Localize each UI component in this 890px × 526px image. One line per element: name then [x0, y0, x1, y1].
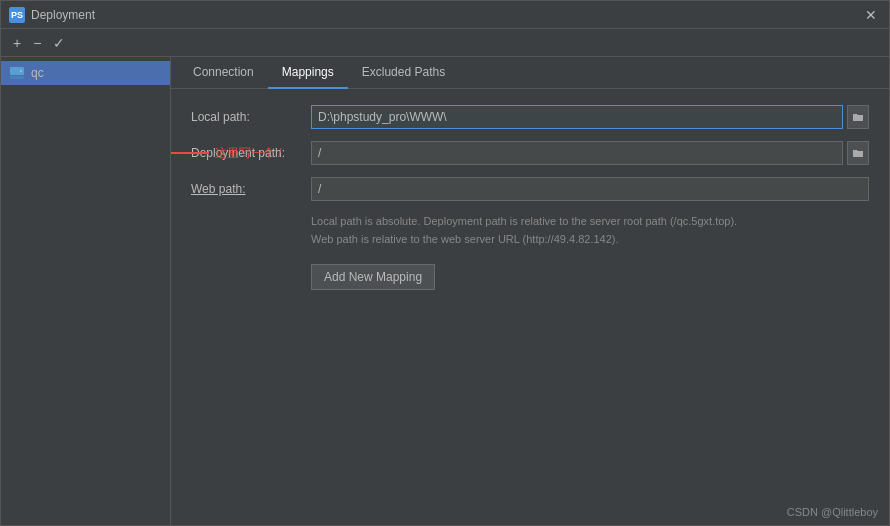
confirm-button[interactable]: ✓: [49, 33, 69, 53]
local-path-input[interactable]: [311, 105, 843, 129]
remove-button[interactable]: −: [29, 33, 45, 53]
sidebar-item-label: qc: [31, 66, 44, 80]
web-path-row: Web path:: [191, 177, 869, 201]
info-line-2: Web path is relative to the web server U…: [311, 231, 869, 249]
svg-point-2: [20, 70, 22, 72]
tab-excluded-paths[interactable]: Excluded Paths: [348, 57, 459, 89]
main-content: Connection Mappings Excluded Paths: [171, 57, 889, 525]
web-path-label: Web path:: [191, 182, 311, 196]
web-path-input[interactable]: [311, 177, 869, 201]
info-text: Local path is absolute. Deployment path …: [311, 213, 869, 248]
form-area: Local path: Deployment path:: [171, 89, 889, 525]
sidebar-item-qc[interactable]: qc: [1, 61, 170, 85]
local-path-browse-button[interactable]: [847, 105, 869, 129]
svg-rect-1: [10, 76, 24, 79]
close-button[interactable]: ✕: [861, 7, 881, 23]
add-button[interactable]: +: [9, 33, 25, 53]
deployment-path-browse-button[interactable]: [847, 141, 869, 165]
local-path-input-wrap: [311, 105, 869, 129]
body: qc Connection Mappings Excluded Paths: [1, 57, 889, 525]
app-icon: PS: [9, 7, 25, 23]
tab-mappings[interactable]: Mappings: [268, 57, 348, 89]
tab-connection[interactable]: Connection: [179, 57, 268, 89]
tabs: Connection Mappings Excluded Paths: [171, 57, 889, 89]
folder-icon-2: [852, 147, 864, 159]
watermark: CSDN @Qlittleboy: [787, 506, 878, 518]
add-new-mapping-button[interactable]: Add New Mapping: [311, 264, 435, 290]
deployment-path-input[interactable]: [311, 141, 843, 165]
deployment-path-row: Deployment path:: [191, 141, 869, 165]
info-line-1: Local path is absolute. Deployment path …: [311, 213, 869, 231]
deployment-path-label: Deployment path:: [191, 146, 311, 160]
local-path-label: Local path:: [191, 110, 311, 124]
web-path-input-wrap: [311, 177, 869, 201]
server-icon: [9, 65, 25, 81]
toolbar: + − ✓: [1, 29, 889, 57]
local-path-row: Local path:: [191, 105, 869, 129]
deployment-path-input-wrap: 这里写一个 /: [311, 141, 869, 165]
window-title: Deployment: [31, 8, 95, 22]
title-bar: PS Deployment ✕: [1, 1, 889, 29]
folder-icon: [852, 111, 864, 123]
sidebar: qc: [1, 57, 171, 525]
